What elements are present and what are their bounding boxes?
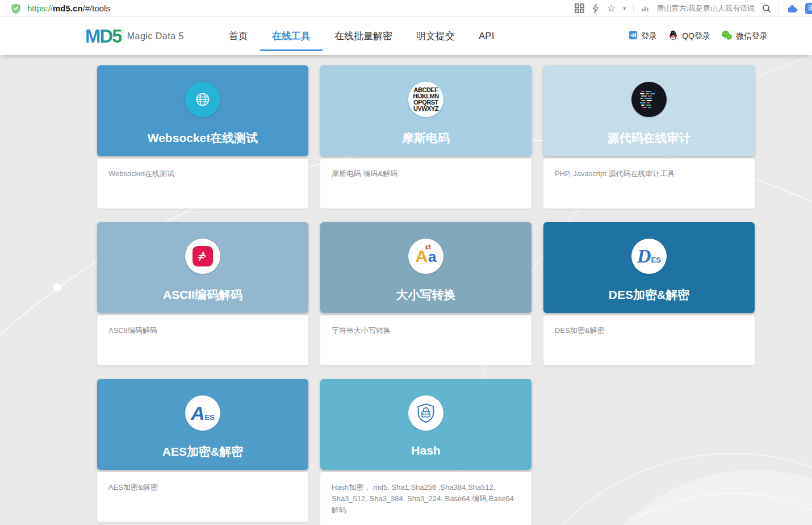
app-grid-icon[interactable]	[575, 3, 584, 13]
tool-card[interactable]: DES DES加密&解密 DES加密&解密	[543, 222, 755, 365]
tool-card-title: AES加密&解密	[162, 444, 243, 460]
brand-name: Magic Data 5	[127, 31, 184, 41]
hash-icon: Hash	[408, 395, 443, 431]
browser-address-bar: https://md5.cn/#/tools ☆ ▾ 唐山官方:我是唐山人我有话…	[0, 0, 812, 17]
tool-card-header: ABCDEFHIJKLMNOPQRSTUVWXYZ 摩斯电码	[320, 65, 531, 156]
screen: https://md5.cn/#/tools ☆ ▾ 唐山官方:我是唐山人我有话…	[0, 0, 812, 525]
tools-grid: Websocket在线测试 Websocket在线测试 ABCDEFHIJKLM…	[97, 65, 812, 525]
bookmark-star-icon[interactable]: ☆	[607, 3, 616, 13]
tool-card-header: Hash Hash	[320, 379, 531, 470]
tool-card-description: 摩斯电码 编码&解码	[320, 159, 531, 209]
login-icon	[629, 31, 638, 41]
code-icon	[631, 82, 667, 117]
tool-card-description: Websocket在线测试	[97, 159, 308, 209]
toolbar-divider	[6, 0, 6, 17]
url-scheme: https://	[27, 3, 53, 13]
tool-card-title: DES加密&解密	[609, 287, 689, 303]
tool-card-title: 大小写转换	[396, 287, 456, 303]
tool-card-title: Hash	[411, 444, 440, 457]
tool-card-description: Hash加密， md5, Sha1,Sha256 ,Sha384,Sha512,…	[320, 472, 531, 525]
nav-item-plaintext-submit[interactable]: 明文提交	[404, 17, 467, 55]
site-security-shield-icon[interactable]	[11, 3, 20, 14]
bookmark-dropdown-caret-icon[interactable]: ▾	[623, 6, 626, 11]
tool-card-header: DES DES加密&解密	[543, 222, 755, 313]
tool-card[interactable]: AES AES加密&解密 AES加密&解密	[97, 379, 308, 522]
search-icon[interactable]	[762, 4, 771, 13]
nav-item-batch-decrypt[interactable]: 在线批量解密	[323, 17, 404, 55]
tool-card-header: ASCII编码解码	[97, 222, 308, 313]
toolbar-divider	[633, 3, 634, 14]
aes-icon: AES	[185, 395, 220, 431]
tool-card-description: 字符串大小写转换	[320, 315, 531, 365]
nav-item-online-tools[interactable]: 在线工具	[260, 17, 323, 55]
translate-icon[interactable]: 译	[805, 3, 812, 14]
tool-card-header: 源代码在线审计	[543, 65, 755, 156]
hot-search-icon	[641, 5, 649, 13]
tool-card[interactable]: A⇄a 大小写转换 字符串大小写转换	[320, 222, 531, 365]
url-host: md5.cn	[53, 3, 83, 13]
nav-item-api[interactable]: API	[467, 17, 506, 55]
qq-login-label: QQ登录	[682, 31, 710, 41]
tool-card-title: ASCII编码解码	[163, 287, 242, 303]
tool-card-header: A⇄a 大小写转换	[320, 222, 531, 313]
main-nav: 首页 在线工具 在线批量解密 明文提交 API	[217, 17, 506, 55]
url-path: /#/tools	[83, 3, 110, 13]
tool-card-description: PHP, Javascript 源代码在线审计工具	[543, 159, 755, 209]
tool-card[interactable]: Hash Hash Hash加密， md5, Sha1,Sha256 ,Sha3…	[320, 379, 531, 525]
tool-card-title: 摩斯电码	[402, 130, 450, 146]
tools-page-content: Websocket在线测试 Websocket在线测试 ABCDEFHIJKLM…	[0, 55, 812, 525]
tool-card[interactable]: ABCDEFHIJKLMNOPQRSTUVWXYZ 摩斯电码 摩斯电码 编码&解…	[320, 65, 531, 209]
hot-search-text[interactable]: 唐山官方:我是唐山人我有话说	[656, 3, 755, 14]
tool-card[interactable]: Websocket在线测试 Websocket在线测试	[97, 65, 308, 209]
login-link[interactable]: 登录	[629, 31, 657, 41]
case-icon: A⇄a	[408, 239, 443, 274]
toolbar-divider	[778, 3, 779, 14]
tool-card-description: AES加密&解密	[97, 472, 308, 522]
tool-card[interactable]: ASCII编码解码 ASCII编码解码	[97, 222, 308, 365]
qq-icon	[668, 30, 679, 43]
login-label: 登录	[641, 31, 657, 41]
des-icon: DES	[631, 239, 667, 274]
nav-item-home[interactable]: 首页	[217, 17, 260, 55]
tool-card-description: ASCII编码解码	[97, 315, 308, 365]
md5-logo[interactable]: MD5	[85, 26, 122, 47]
wechat-login-label: 微信登录	[736, 31, 768, 41]
tool-card-header: Websocket在线测试	[97, 65, 308, 156]
globe-icon	[185, 82, 220, 117]
wechat-icon	[721, 30, 733, 42]
ascii-icon	[185, 239, 220, 274]
tool-card-title: Websocket在线测试	[148, 130, 258, 146]
tool-card-title: 源代码在线审计	[608, 130, 691, 146]
address-url[interactable]: https://md5.cn/#/tools	[27, 3, 110, 13]
svg-text:Hash: Hash	[422, 413, 429, 416]
tool-card-description: DES加密&解密	[543, 315, 755, 365]
morse-icon: ABCDEFHIJKLMNOPQRSTUVWXYZ	[408, 82, 443, 117]
tool-card[interactable]: 源代码在线审计 PHP, Javascript 源代码在线审计工具	[543, 65, 755, 209]
flash-lightning-icon[interactable]	[592, 3, 600, 14]
wechat-login-link[interactable]: 微信登录	[721, 30, 768, 42]
qq-login-link[interactable]: QQ登录	[668, 30, 710, 43]
extension-puzzle-icon[interactable]	[786, 3, 798, 14]
tool-card-header: AES AES加密&解密	[97, 379, 308, 470]
site-header: MD5 Magic Data 5 首页 在线工具 在线批量解密 明文提交 API…	[0, 17, 812, 55]
auth-links: 登录 QQ登录 微信登录	[629, 30, 768, 43]
background-dot	[53, 284, 61, 291]
